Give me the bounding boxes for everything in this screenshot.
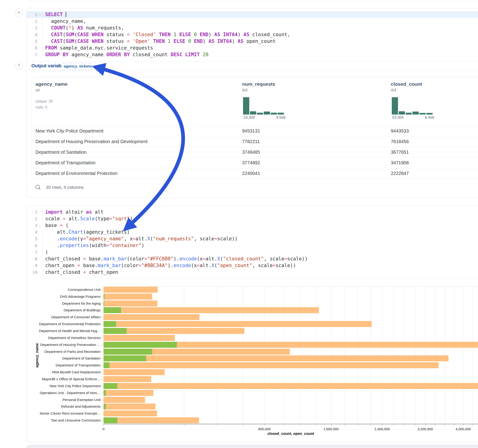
code-line[interactable]: 3 COUNT(*) AS num_requests, <box>27 25 478 31</box>
grid-line <box>301 286 301 424</box>
code-text[interactable]: COUNT(*) AS num_requests, <box>42 25 478 31</box>
y-axis-tick <box>101 358 103 359</box>
y-category-label: Department of Buildings <box>27 308 101 312</box>
token: 0 <box>188 38 191 44</box>
token: CAST <box>51 32 63 37</box>
token: THEN <box>159 32 171 37</box>
grid-line <box>394 286 394 424</box>
open-count-bar <box>104 404 106 410</box>
gutter-spacer <box>37 18 42 25</box>
y-category-label: Taxi and Limousine Commission <box>27 418 101 423</box>
x-axis-tick <box>404 424 405 426</box>
x-axis-tick <box>454 424 454 426</box>
token: INT64 <box>217 38 232 44</box>
y-category-label: Department of Health and Mental Hyg… <box>27 329 101 333</box>
divider <box>27 61 478 62</box>
closed-count-bar <box>104 411 157 417</box>
python-cell: 1import altair as alt2scale = alt.Scale(… <box>26 205 478 442</box>
code-text[interactable]: agency_name, <box>42 18 478 25</box>
token: SUM <box>66 38 75 44</box>
y-category-label: Department of Sanitation <box>27 356 101 361</box>
code-text[interactable]: CAST(SUM(CASE WHEN status = 'Closed' THE… <box>42 31 478 38</box>
gutter-spacer <box>37 51 42 58</box>
histogram-min-label: 53,304 <box>244 115 255 120</box>
histogram-max-label: 9.4e6 <box>425 115 434 120</box>
grid-line <box>425 286 425 424</box>
code-text[interactable]: FROM sample_data.nyc.service_requests <box>42 45 478 51</box>
code-line[interactable]: 6FROM sample_data.nyc.service_requests <box>27 45 478 51</box>
y-axis-tick <box>101 297 103 297</box>
code-text[interactable]: CAST(SUM(CASE WHEN status = 'Open' THEN … <box>42 38 478 45</box>
histogram-bar <box>406 113 412 115</box>
token <box>45 25 51 31</box>
histogram-max-label: 9.5e6 <box>276 115 285 120</box>
grid-line <box>264 286 265 424</box>
token: DESC <box>171 52 182 57</box>
token <box>171 32 174 37</box>
y-category-label: DHS Advantage Programs <box>27 294 101 299</box>
code-line[interactable]: 1⌄SELECT <box>27 11 478 18</box>
line-number: 3 <box>27 25 37 31</box>
closed-count-bar <box>104 390 153 396</box>
histogram-bar <box>250 111 256 115</box>
x-axis-tick <box>445 424 445 426</box>
code-line[interactable]: 2 agency_name, <box>27 18 478 25</box>
add-cell-button-middle[interactable]: + <box>15 61 23 70</box>
token: ) <box>208 32 214 37</box>
output-variable-input[interactable]: agency_tickets <box>61 63 92 70</box>
table-cell: Department of Sanitation <box>36 147 87 157</box>
y-axis-tick <box>101 304 103 304</box>
y-axis-tick <box>101 413 103 414</box>
code-text[interactable]: GROUP BY agency_name ORDER BY closed_cou… <box>42 51 478 58</box>
token: ( <box>66 25 69 31</box>
histogram-bar <box>413 112 419 115</box>
closed-count-bar <box>104 383 478 389</box>
table-cell: 7782211 <box>242 136 260 147</box>
add-cell-button-top[interactable]: + <box>15 9 23 17</box>
closed-count-bar <box>104 417 199 423</box>
token: = <box>127 32 130 37</box>
token <box>150 38 153 44</box>
divider <box>27 70 478 71</box>
closed-count-bar <box>104 355 448 361</box>
table-cell: 3774892 <box>242 157 260 168</box>
token: ( <box>74 32 77 37</box>
token: sample_data.nyc.service_requests <box>57 45 153 51</box>
code-line[interactable]: 7GROUP BY agency_name ORDER BY closed_co… <box>27 51 478 58</box>
sql-code-editor[interactable]: 1⌄SELECT 2 agency_name,3 COUNT(*) AS num… <box>27 8 478 58</box>
x-axis-tick <box>316 424 317 426</box>
y-category-label: Department of Environmental Protection <box>27 322 101 326</box>
open-count-bar <box>104 362 110 368</box>
code-text[interactable]: SELECT <box>42 11 478 18</box>
token: 0 <box>194 32 197 37</box>
histogram-bar <box>257 113 263 115</box>
fold-chevron-icon[interactable]: ⌄ <box>37 11 42 18</box>
gutter-spacer <box>37 45 42 51</box>
table-row[interactable]: Department of Housing Preservation and D… <box>32 136 478 147</box>
token: SELECT <box>45 12 63 17</box>
closed-count-bar <box>104 362 439 368</box>
table-row[interactable]: Department of Sanitation37494853677651 <box>32 147 478 157</box>
plot-top-border <box>104 286 478 286</box>
token: ( <box>63 32 66 37</box>
x-axis-tick <box>184 424 184 426</box>
token: 1 <box>173 32 176 37</box>
y-category-label: Personal Exemption Unit <box>27 398 101 402</box>
code-line[interactable]: 4 CAST(SUM(CASE WHEN status = 'Closed' T… <box>27 31 478 38</box>
search-icon[interactable] <box>36 185 40 189</box>
code-line[interactable]: 5 CAST(SUM(CASE WHEN status = 'Open' THE… <box>27 38 478 45</box>
histogram-bar <box>278 113 284 115</box>
x-axis-tick <box>472 424 472 426</box>
table-row[interactable]: Department of Environmental Protection22… <box>32 168 478 179</box>
grid-line <box>435 286 435 424</box>
open-count-bar <box>104 383 117 389</box>
result-table: agency_namestrunique: 20nulls: 0num_requ… <box>31 77 478 179</box>
y-category-label: Department of Homeless Services <box>27 336 101 340</box>
y-category-label: New York City Police Department <box>27 384 101 388</box>
table-row[interactable]: Department of Transportation377489234719… <box>32 157 478 168</box>
y-category-label: Department of Parks and Recreation <box>27 350 101 354</box>
column-type: str <box>36 88 40 93</box>
table-row[interactable]: New York City Police Department945313194… <box>32 126 478 136</box>
token: 1 <box>168 38 171 44</box>
token: = <box>127 38 130 44</box>
